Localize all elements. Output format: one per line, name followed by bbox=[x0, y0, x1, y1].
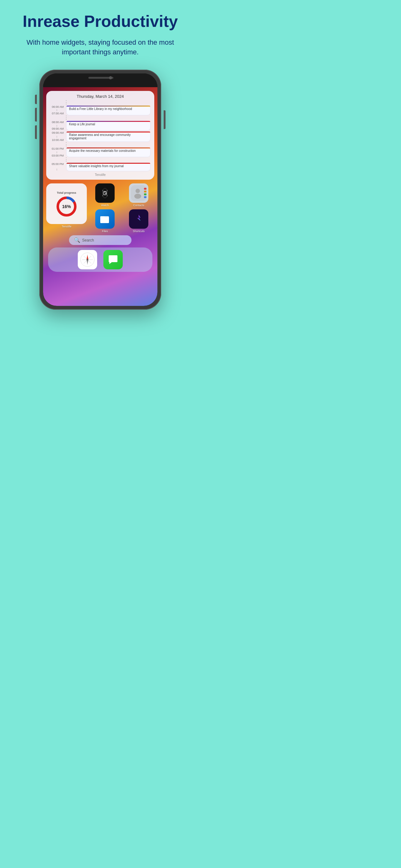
svg-point-19 bbox=[134, 194, 141, 199]
contacts-icon[interactable] bbox=[129, 183, 148, 203]
page-title: Inrease Productivity bbox=[23, 12, 178, 30]
watch-icon[interactable] bbox=[95, 183, 114, 203]
svg-point-18 bbox=[136, 189, 140, 193]
status-bar bbox=[43, 73, 157, 87]
notch bbox=[78, 73, 122, 82]
contacts-label: Contacts bbox=[133, 204, 144, 207]
progress-title: Total progress bbox=[57, 191, 76, 194]
search-bar[interactable]: 🔍 Search bbox=[69, 235, 132, 245]
safari-icon[interactable] bbox=[78, 250, 97, 269]
event-card-4: Acquire the necessary materials for cons… bbox=[66, 147, 151, 157]
time-label-4: 01:00 PM ↕ 03:00 PM bbox=[50, 147, 64, 157]
progress-percent: 16% bbox=[62, 204, 71, 209]
event-card-3: Raise awareness and encourage community … bbox=[66, 131, 151, 142]
phone-frame: Thursday, March 14, 2024 ⋮ 06:00 AM ↕ 07… bbox=[39, 70, 161, 310]
dock bbox=[48, 247, 153, 272]
svg-rect-7 bbox=[102, 195, 103, 196]
svg-point-31 bbox=[87, 259, 89, 260]
event-row-5: 05:00 PM ↕ Share valuable insights from … bbox=[50, 162, 151, 171]
svg-rect-17 bbox=[144, 196, 146, 198]
time-label-1: 06:00 AM ↕ 07:00 AM bbox=[50, 105, 64, 115]
shortcuts-label: Shortcuts bbox=[133, 230, 144, 233]
messages-dock-wrapper[interactable] bbox=[103, 250, 123, 269]
home-screen: Thursday, March 14, 2024 ⋮ 06:00 AM ↕ 07… bbox=[43, 87, 157, 306]
icons-mixed-row: Total progress 16% bbox=[46, 183, 154, 233]
dots-separator-3: ⋮ bbox=[50, 143, 151, 147]
files-icon[interactable] bbox=[95, 209, 114, 229]
camera-dot bbox=[109, 76, 112, 80]
messages-icon[interactable] bbox=[103, 250, 123, 269]
widget-footer: Tenolife bbox=[50, 173, 151, 177]
search-text: Search bbox=[82, 238, 94, 243]
event-row-2: 08:00 AM ↕ 09:00 AM Keep a Life journal bbox=[50, 121, 151, 131]
contacts-app-wrapper[interactable]: Contacts bbox=[123, 183, 154, 207]
volume-up-button bbox=[35, 108, 37, 122]
shortcuts-app-wrapper[interactable]: Shortcuts bbox=[123, 209, 154, 233]
event-title-1: Build a Free Little Library in my neighb… bbox=[69, 107, 132, 111]
svg-rect-6 bbox=[107, 190, 108, 192]
page-subtitle: With home widgets, staying focused on th… bbox=[22, 38, 178, 57]
svg-rect-16 bbox=[144, 193, 146, 195]
files-app-wrapper[interactable]: Files bbox=[89, 209, 121, 233]
progress-widget[interactable]: Total progress 16% bbox=[46, 183, 87, 224]
progress-donut: 16% bbox=[56, 195, 77, 217]
svg-rect-8 bbox=[107, 195, 108, 196]
time-label-5: 05:00 PM ↕ bbox=[50, 162, 64, 171]
svg-rect-5 bbox=[102, 190, 103, 192]
widget-date: Thursday, March 14, 2024 bbox=[50, 94, 151, 99]
files-label: Files bbox=[102, 230, 108, 233]
calendar-widget[interactable]: Thursday, March 14, 2024 ⋮ 06:00 AM ↕ 07… bbox=[46, 91, 154, 180]
event-title-4: Acquire the necessary materials for cons… bbox=[69, 149, 136, 153]
svg-rect-21 bbox=[100, 217, 109, 223]
dots-separator-2: ⋮ bbox=[50, 116, 151, 120]
tenolife-widget-wrapper[interactable]: Total progress 16% bbox=[46, 183, 87, 228]
event-row-4: 01:00 PM ↕ 03:00 PM Acquire the necessar… bbox=[50, 147, 151, 157]
home-icons-area: Total progress 16% bbox=[43, 182, 157, 245]
event-title-2: Keep a Life journal bbox=[69, 122, 95, 126]
event-row-3: 09:00 AM ↕ 10:00 AM Raise awareness and … bbox=[50, 131, 151, 142]
power-button bbox=[164, 110, 166, 129]
phone-screen: Thursday, March 14, 2024 ⋮ 06:00 AM ↕ 07… bbox=[43, 73, 157, 306]
shortcuts-icon[interactable] bbox=[129, 209, 148, 229]
svg-rect-15 bbox=[144, 191, 146, 192]
volume-down-button bbox=[35, 125, 37, 139]
watch-app-wrapper[interactable]: Watch bbox=[89, 183, 121, 207]
event-row-1: 06:00 AM ↕ 07:00 AM Build a Free Little … bbox=[50, 105, 151, 115]
event-card-2: Keep a Life journal bbox=[66, 121, 151, 131]
time-label-2: 08:00 AM ↕ 09:00 AM bbox=[50, 121, 64, 131]
tenolife-label: Tenolife bbox=[62, 225, 71, 228]
dots-separator-4: ⋮ bbox=[50, 158, 151, 162]
event-card-5: Share valuable insights from my journal bbox=[66, 162, 151, 171]
dots-separator-1: ⋮ bbox=[50, 101, 151, 105]
search-icon: 🔍 bbox=[74, 237, 80, 243]
svg-rect-22 bbox=[100, 216, 105, 218]
svg-rect-14 bbox=[144, 188, 146, 190]
event-title-5: Share valuable insights from my journal bbox=[69, 164, 124, 168]
event-title-3: Raise awareness and encourage community … bbox=[69, 133, 131, 140]
mute-button bbox=[35, 95, 37, 104]
safari-dock-wrapper[interactable] bbox=[78, 250, 97, 269]
watch-label: Watch bbox=[101, 204, 109, 207]
event-card-1: Build a Free Little Library in my neighb… bbox=[66, 105, 151, 115]
time-label-3: 09:00 AM ↕ 10:00 AM bbox=[50, 131, 64, 142]
icons-right-col: Watch bbox=[89, 183, 154, 233]
event-list: ⋮ 06:00 AM ↕ 07:00 AM Build a Free Littl… bbox=[50, 101, 151, 171]
